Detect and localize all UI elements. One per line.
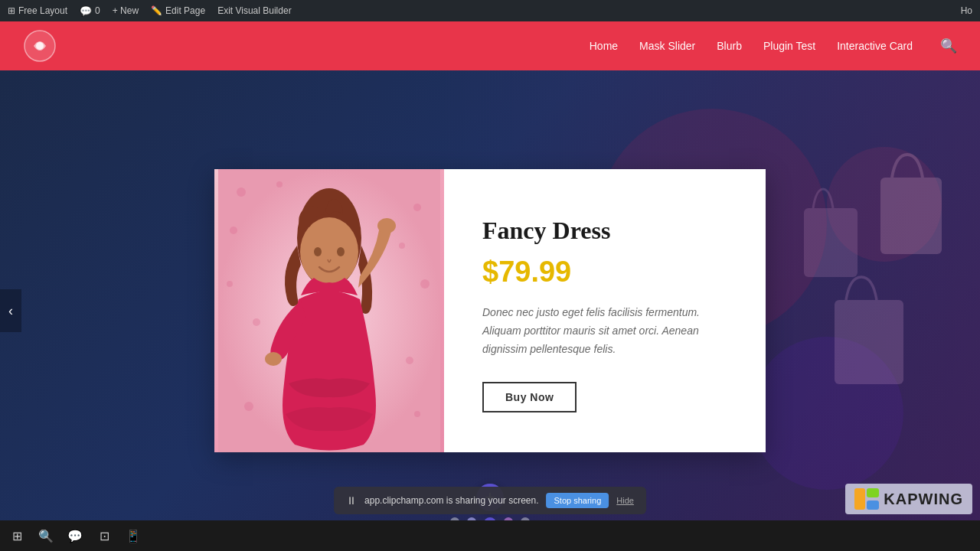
product-model-illustration bbox=[218, 169, 440, 452]
svg-rect-4 bbox=[835, 300, 903, 384]
new-label: + New bbox=[113, 5, 139, 16]
logo-icon bbox=[23, 29, 57, 63]
pause-icon: ⏸ bbox=[346, 494, 357, 507]
toolbar-phone-icon[interactable]: 📱 bbox=[124, 527, 142, 545]
product-image bbox=[214, 169, 444, 452]
toolbar-window-icon[interactable]: ⊡ bbox=[95, 527, 113, 545]
bottom-toolbar: ⊞ 🔍 💬 ⊡ 📱 bbox=[0, 520, 980, 551]
free-layout-btn[interactable]: ⊞ Free Layout bbox=[8, 5, 67, 16]
search-icon[interactable]: 🔍 bbox=[940, 37, 957, 54]
comments-btn[interactable]: 💬 0 bbox=[80, 5, 100, 17]
svg-point-9 bbox=[413, 204, 421, 211]
toolbar-grid-icon[interactable]: ⊞ bbox=[8, 527, 26, 545]
admin-bar-right: Ho bbox=[961, 5, 972, 16]
edit-page-btn[interactable]: ✏️ Edit Page bbox=[151, 5, 205, 16]
bg-shopping-bags bbox=[789, 132, 957, 438]
buy-now-button[interactable]: Buy Now bbox=[482, 382, 577, 412]
svg-rect-25 bbox=[867, 488, 879, 497]
svg-rect-26 bbox=[867, 500, 879, 510]
svg-point-20 bbox=[314, 247, 322, 256]
hero-section: ‹ bbox=[0, 70, 980, 551]
svg-point-6 bbox=[237, 187, 246, 197]
toolbar-search-icon[interactable]: 🔍 bbox=[37, 527, 55, 545]
exit-builder-btn[interactable]: Exit Visual Builder bbox=[217, 5, 292, 16]
kapwing-text: KAPWING bbox=[884, 491, 963, 508]
comments-icon: 💬 bbox=[80, 5, 92, 17]
product-price: $79.99 bbox=[482, 256, 735, 289]
hide-notification-button[interactable]: Hide bbox=[616, 496, 634, 505]
stop-sharing-button[interactable]: Stop sharing bbox=[547, 493, 609, 508]
nav-blurb[interactable]: Blurb bbox=[717, 40, 742, 52]
svg-rect-2 bbox=[880, 178, 942, 254]
admin-bar: ⊞ Free Layout 💬 0 + New ✏️ Edit Page Exi… bbox=[0, 0, 980, 21]
product-description: Donec nec justo eget felis facilisis fer… bbox=[482, 304, 735, 358]
svg-point-10 bbox=[399, 243, 405, 249]
svg-point-15 bbox=[244, 402, 253, 411]
edit-page-label: Edit Page bbox=[165, 5, 205, 16]
svg-point-16 bbox=[414, 411, 420, 417]
svg-point-23 bbox=[265, 352, 282, 366]
screen-share-notification: ⏸ app.clipchamp.com is sharing your scre… bbox=[334, 487, 646, 514]
new-btn[interactable]: + New bbox=[113, 5, 139, 16]
svg-point-13 bbox=[253, 318, 260, 326]
site-header: Home Mask Slider Blurb Plugin Test Inter… bbox=[0, 21, 980, 70]
svg-rect-24 bbox=[854, 488, 865, 510]
product-card: Fancy Dress $79.99 Donec nec justo eget … bbox=[214, 169, 766, 452]
screen-share-message: app.clipchamp.com is sharing your screen… bbox=[364, 495, 538, 506]
svg-point-7 bbox=[276, 181, 283, 187]
svg-rect-3 bbox=[804, 208, 858, 277]
nav-home[interactable]: Home bbox=[590, 40, 618, 52]
comments-count: 0 bbox=[95, 5, 100, 16]
svg-point-22 bbox=[377, 218, 396, 233]
logo-area bbox=[23, 29, 57, 63]
exit-builder-label: Exit Visual Builder bbox=[217, 5, 292, 16]
pencil-icon: ✏️ bbox=[151, 5, 162, 16]
svg-point-14 bbox=[406, 357, 413, 364]
prev-slide-arrow[interactable]: ‹ bbox=[0, 289, 21, 332]
nav-interactive-card[interactable]: Interactive Card bbox=[837, 40, 913, 52]
nav-mask-slider[interactable]: Mask Slider bbox=[639, 40, 695, 52]
svg-point-1 bbox=[36, 42, 44, 50]
svg-point-19 bbox=[300, 217, 358, 286]
layout-icon: ⊞ bbox=[8, 5, 15, 16]
nav-plugin-test[interactable]: Plugin Test bbox=[763, 40, 815, 52]
svg-point-12 bbox=[227, 281, 233, 287]
site-nav: Home Mask Slider Blurb Plugin Test Inter… bbox=[590, 37, 957, 54]
kapwing-logo-icon bbox=[854, 488, 879, 510]
product-info: Fancy Dress $79.99 Donec nec justo eget … bbox=[444, 169, 766, 452]
toolbar-chat-icon[interactable]: 💬 bbox=[66, 527, 84, 545]
product-name: Fancy Dress bbox=[482, 217, 735, 245]
svg-point-21 bbox=[337, 247, 345, 256]
kapwing-watermark: KAPWING bbox=[845, 484, 972, 514]
svg-point-8 bbox=[230, 227, 237, 234]
free-layout-label: Free Layout bbox=[18, 5, 67, 16]
svg-point-11 bbox=[420, 279, 430, 289]
